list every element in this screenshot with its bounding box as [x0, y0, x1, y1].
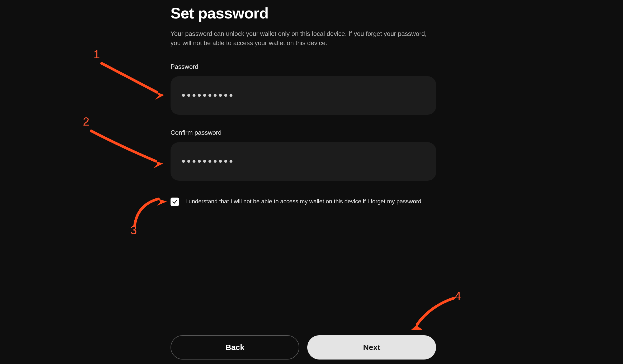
- acknowledge-label: I understand that I will not be able to …: [185, 197, 421, 206]
- page-title: Set password: [171, 4, 437, 22]
- password-input[interactable]: [171, 76, 436, 115]
- footer-divider: [0, 326, 623, 326]
- annotation-arrow-3: [129, 194, 177, 231]
- acknowledge-row: I understand that I will not be able to …: [171, 197, 437, 206]
- back-button[interactable]: Back: [171, 335, 299, 360]
- annotation-number-2: 2: [83, 115, 89, 128]
- confirm-password-label: Confirm password: [171, 129, 437, 136]
- set-password-form: Set password Your password can unlock yo…: [171, 0, 437, 206]
- confirm-password-input[interactable]: [171, 142, 436, 181]
- annotation-arrow-4: [407, 295, 465, 335]
- svg-marker-3: [411, 324, 422, 330]
- annotation-number-1: 1: [93, 48, 100, 61]
- next-button[interactable]: Next: [307, 335, 436, 360]
- page-subtitle: Your password can unlock your wallet onl…: [171, 29, 429, 48]
- annotation-arrow-1: [98, 61, 172, 103]
- password-label: Password: [171, 63, 437, 70]
- footer-buttons: Back Next: [171, 335, 436, 360]
- annotation-arrow-2: [87, 128, 169, 170]
